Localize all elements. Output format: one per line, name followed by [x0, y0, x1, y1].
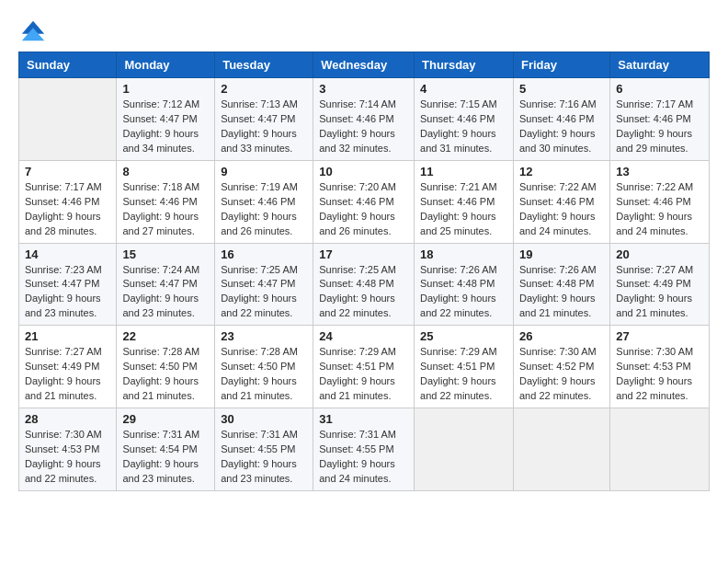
calendar-cell: 6Sunrise: 7:17 AMSunset: 4:46 PMDaylight… — [610, 78, 710, 161]
day-info: Sunrise: 7:17 AMSunset: 4:46 PMDaylight:… — [25, 180, 110, 239]
day-info: Sunrise: 7:23 AMSunset: 4:47 PMDaylight:… — [25, 263, 110, 322]
header-cell-tuesday: Tuesday — [215, 52, 313, 78]
calendar-week-2: 7Sunrise: 7:17 AMSunset: 4:46 PMDaylight… — [19, 160, 710, 243]
calendar-cell: 26Sunrise: 7:30 AMSunset: 4:52 PMDayligh… — [513, 326, 609, 408]
day-info: Sunrise: 7:21 AMSunset: 4:46 PMDaylight:… — [420, 180, 507, 239]
day-info: Sunrise: 7:12 AMSunset: 4:47 PMDaylight:… — [122, 98, 209, 156]
day-info: Sunrise: 7:26 AMSunset: 4:48 PMDaylight:… — [420, 263, 507, 322]
day-info: Sunrise: 7:27 AMSunset: 4:49 PMDaylight:… — [616, 263, 703, 322]
calendar-cell — [513, 408, 609, 491]
calendar-cell: 30Sunrise: 7:31 AMSunset: 4:55 PMDayligh… — [215, 408, 313, 491]
header-cell-sunday: Sunday — [19, 52, 117, 78]
calendar-week-5: 28Sunrise: 7:30 AMSunset: 4:53 PMDayligh… — [19, 408, 710, 491]
day-number: 10 — [319, 165, 408, 178]
calendar-cell: 19Sunrise: 7:26 AMSunset: 4:48 PMDayligh… — [513, 243, 609, 326]
page-header — [18, 17, 710, 42]
logo-icon — [20, 17, 46, 42]
day-number: 13 — [616, 165, 703, 178]
day-number: 2 — [221, 82, 307, 96]
calendar-cell — [610, 408, 710, 491]
calendar-cell: 8Sunrise: 7:18 AMSunset: 4:46 PMDaylight… — [117, 160, 215, 243]
day-number: 4 — [420, 82, 507, 96]
day-number: 21 — [25, 329, 110, 343]
day-number: 17 — [319, 247, 408, 261]
day-info: Sunrise: 7:27 AMSunset: 4:49 PMDaylight:… — [25, 345, 110, 404]
calendar-cell: 12Sunrise: 7:22 AMSunset: 4:46 PMDayligh… — [513, 160, 609, 243]
day-info: Sunrise: 7:19 AMSunset: 4:46 PMDaylight:… — [221, 180, 307, 239]
day-number: 18 — [420, 247, 507, 261]
calendar-cell: 18Sunrise: 7:26 AMSunset: 4:48 PMDayligh… — [415, 243, 514, 326]
day-number: 1 — [122, 82, 209, 96]
day-number: 19 — [519, 247, 604, 261]
day-info: Sunrise: 7:17 AMSunset: 4:46 PMDaylight:… — [616, 98, 703, 156]
calendar-cell: 14Sunrise: 7:23 AMSunset: 4:47 PMDayligh… — [19, 243, 117, 326]
calendar-cell: 1Sunrise: 7:12 AMSunset: 4:47 PMDaylight… — [117, 78, 215, 161]
day-info: Sunrise: 7:28 AMSunset: 4:50 PMDaylight:… — [122, 345, 209, 404]
day-info: Sunrise: 7:25 AMSunset: 4:47 PMDaylight:… — [221, 263, 307, 322]
day-number: 24 — [319, 329, 408, 343]
day-info: Sunrise: 7:31 AMSunset: 4:54 PMDaylight:… — [122, 428, 209, 487]
calendar-cell: 2Sunrise: 7:13 AMSunset: 4:47 PMDaylight… — [215, 78, 313, 161]
calendar-cell: 9Sunrise: 7:19 AMSunset: 4:46 PMDaylight… — [215, 160, 313, 243]
day-info: Sunrise: 7:28 AMSunset: 4:50 PMDaylight:… — [221, 345, 307, 404]
calendar-cell: 10Sunrise: 7:20 AMSunset: 4:46 PMDayligh… — [313, 160, 415, 243]
day-info: Sunrise: 7:25 AMSunset: 4:48 PMDaylight:… — [319, 263, 408, 322]
day-info: Sunrise: 7:15 AMSunset: 4:46 PMDaylight:… — [420, 98, 507, 156]
day-info: Sunrise: 7:26 AMSunset: 4:48 PMDaylight:… — [519, 263, 604, 322]
day-number: 14 — [25, 247, 110, 261]
day-number: 11 — [420, 165, 507, 178]
calendar-week-4: 21Sunrise: 7:27 AMSunset: 4:49 PMDayligh… — [19, 326, 710, 408]
day-number: 25 — [420, 329, 507, 343]
day-info: Sunrise: 7:22 AMSunset: 4:46 PMDaylight:… — [519, 180, 604, 239]
calendar-cell: 4Sunrise: 7:15 AMSunset: 4:46 PMDaylight… — [415, 78, 514, 161]
calendar-cell: 21Sunrise: 7:27 AMSunset: 4:49 PMDayligh… — [19, 326, 117, 408]
calendar-cell: 29Sunrise: 7:31 AMSunset: 4:54 PMDayligh… — [117, 408, 215, 491]
header-cell-wednesday: Wednesday — [313, 52, 415, 78]
calendar-cell — [19, 78, 117, 161]
calendar-cell: 3Sunrise: 7:14 AMSunset: 4:46 PMDaylight… — [313, 78, 415, 161]
day-number: 9 — [221, 165, 307, 178]
calendar-cell: 11Sunrise: 7:21 AMSunset: 4:46 PMDayligh… — [415, 160, 514, 243]
svg-marker-1 — [22, 28, 44, 40]
day-info: Sunrise: 7:30 AMSunset: 4:52 PMDaylight:… — [519, 345, 604, 404]
calendar-cell: 13Sunrise: 7:22 AMSunset: 4:46 PMDayligh… — [610, 160, 710, 243]
calendar-body: 1Sunrise: 7:12 AMSunset: 4:47 PMDaylight… — [19, 78, 710, 491]
day-number: 28 — [25, 412, 110, 426]
day-number: 23 — [221, 329, 307, 343]
calendar-cell: 5Sunrise: 7:16 AMSunset: 4:46 PMDaylight… — [513, 78, 609, 161]
calendar-cell: 27Sunrise: 7:30 AMSunset: 4:53 PMDayligh… — [610, 326, 710, 408]
day-number: 27 — [616, 329, 703, 343]
calendar-cell: 17Sunrise: 7:25 AMSunset: 4:48 PMDayligh… — [313, 243, 415, 326]
calendar-cell: 25Sunrise: 7:29 AMSunset: 4:51 PMDayligh… — [415, 326, 514, 408]
day-number: 5 — [519, 82, 604, 96]
day-number: 12 — [519, 165, 604, 178]
header-cell-saturday: Saturday — [610, 52, 710, 78]
day-number: 3 — [319, 82, 408, 96]
day-number: 16 — [221, 247, 307, 261]
day-number: 22 — [122, 329, 209, 343]
logo — [18, 17, 46, 42]
calendar-cell: 16Sunrise: 7:25 AMSunset: 4:47 PMDayligh… — [215, 243, 313, 326]
calendar-cell: 24Sunrise: 7:29 AMSunset: 4:51 PMDayligh… — [313, 326, 415, 408]
day-info: Sunrise: 7:16 AMSunset: 4:46 PMDaylight:… — [519, 98, 604, 156]
calendar-week-1: 1Sunrise: 7:12 AMSunset: 4:47 PMDaylight… — [19, 78, 710, 161]
day-info: Sunrise: 7:31 AMSunset: 4:55 PMDaylight:… — [319, 428, 408, 487]
day-info: Sunrise: 7:13 AMSunset: 4:47 PMDaylight:… — [221, 98, 307, 156]
calendar-header-row: SundayMondayTuesdayWednesdayThursdayFrid… — [19, 52, 710, 78]
day-info: Sunrise: 7:20 AMSunset: 4:46 PMDaylight:… — [319, 180, 408, 239]
day-info: Sunrise: 7:29 AMSunset: 4:51 PMDaylight:… — [420, 345, 507, 404]
day-info: Sunrise: 7:29 AMSunset: 4:51 PMDaylight:… — [319, 345, 408, 404]
calendar-cell — [415, 408, 514, 491]
day-number: 20 — [616, 247, 703, 261]
day-info: Sunrise: 7:22 AMSunset: 4:46 PMDaylight:… — [616, 180, 703, 239]
calendar-cell: 7Sunrise: 7:17 AMSunset: 4:46 PMDaylight… — [19, 160, 117, 243]
day-info: Sunrise: 7:30 AMSunset: 4:53 PMDaylight:… — [25, 428, 110, 487]
header-cell-monday: Monday — [117, 52, 215, 78]
day-number: 8 — [122, 165, 209, 178]
day-info: Sunrise: 7:14 AMSunset: 4:46 PMDaylight:… — [319, 98, 408, 156]
day-number: 31 — [319, 412, 408, 426]
day-number: 29 — [122, 412, 209, 426]
day-info: Sunrise: 7:31 AMSunset: 4:55 PMDaylight:… — [221, 428, 307, 487]
calendar-table: SundayMondayTuesdayWednesdayThursdayFrid… — [18, 52, 710, 491]
calendar-cell: 28Sunrise: 7:30 AMSunset: 4:53 PMDayligh… — [19, 408, 117, 491]
